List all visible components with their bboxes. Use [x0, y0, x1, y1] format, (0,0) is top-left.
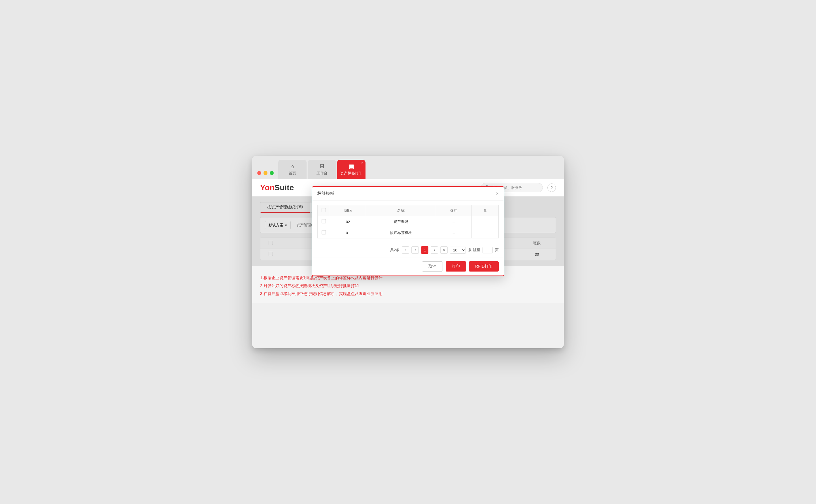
help-button[interactable]: ? — [548, 183, 556, 192]
tab-home[interactable]: ⌂ 首页 — [278, 160, 306, 179]
name-header: 名称 — [366, 205, 436, 216]
row1-remark: -- — [436, 216, 472, 227]
logo-yon: Yon — [260, 183, 274, 192]
rfid-print-button[interactable]: RFID打印 — [469, 261, 499, 272]
row2-extra — [472, 227, 499, 238]
traffic-lights — [257, 171, 274, 179]
row2-select-checkbox[interactable] — [321, 230, 326, 234]
last-page-button[interactable]: » — [440, 246, 448, 254]
help-icon: ? — [551, 185, 553, 190]
tab-asset-print[interactable]: × ▣ 资产标签打印 — [337, 160, 365, 179]
row1-code: 02 — [330, 216, 366, 227]
logo-suite: Suite — [274, 183, 294, 192]
sort-icon[interactable]: ⇅ — [484, 208, 487, 213]
row1-select-checkbox[interactable] — [321, 219, 326, 223]
next-page-button[interactable]: › — [431, 246, 438, 254]
cancel-button[interactable]: 取消 — [422, 261, 443, 272]
page-size-unit: 条 跳至 — [468, 247, 480, 253]
row2-name: 预置标签模板 — [366, 227, 436, 238]
description: 1.根据企业资产管理需要对粘贴资产设备上的标签样式及内容进行设计 2.对设计好的… — [252, 274, 564, 303]
page-size-select[interactable]: 20 50 100 — [450, 247, 466, 254]
tab-workbench[interactable]: 🖥 工作台 — [308, 160, 336, 179]
row2-code: 01 — [330, 227, 366, 238]
tab-close-icon[interactable]: × — [361, 161, 363, 165]
workbench-icon: 🖥 — [319, 163, 325, 170]
modal-table-row-2: 01 预置标签模板 -- — [317, 227, 499, 238]
modal-body: 编码 名称 备注 ⇅ — [312, 200, 504, 243]
print-button[interactable]: 打印 — [446, 261, 466, 272]
row2-checkbox[interactable] — [317, 227, 330, 238]
code-header: 编码 — [330, 205, 366, 216]
page-body: 按资产管理组织打印 按资产卡片打印 默认方案 ▾ 资产管理组织 已选条件:空 — [252, 197, 564, 266]
asset-print-icon: ▣ — [349, 163, 354, 170]
desc-line-3: 3.在资产盘点移动应用中进行规则信息解析，实现盘点及查询业务应用 — [260, 290, 556, 298]
prev-page-button[interactable]: ‹ — [412, 246, 419, 254]
row2-remark: -- — [436, 227, 472, 238]
modal-dialog: 标签模板 × 编码 名称 — [312, 186, 504, 276]
tab-home-label: 首页 — [289, 171, 296, 176]
tab-asset-print-label: 资产标签打印 — [340, 171, 362, 176]
modal-select-all-header[interactable] — [317, 205, 330, 216]
first-page-button[interactable]: « — [402, 246, 409, 254]
modal-table-row-1: 02 资产编码 -- — [317, 216, 499, 227]
modal-table: 编码 名称 备注 ⇅ — [317, 205, 499, 238]
modal-title: 标签模板 — [317, 191, 334, 196]
close-button[interactable] — [257, 171, 261, 175]
modal-close-button[interactable]: × — [496, 191, 499, 196]
logo: YonSuite — [260, 183, 294, 192]
main-content: YonSuite 🔍 ? 按资产管理组织打印 按资产卡片打印 — [252, 179, 564, 303]
desc-line-2: 2.对设计好的资产标签按照模板及资产组织进行批量打印 — [260, 282, 556, 290]
modal-header: 标签模板 × — [312, 187, 504, 200]
page-unit: 页 — [495, 247, 499, 253]
pagination: 共2条 « ‹ 1 › » 20 50 100 条 跳至 页 — [312, 243, 504, 257]
modal-footer: 取消 打印 RFID打印 — [312, 257, 504, 276]
sort-header: ⇅ — [472, 205, 499, 216]
tabs-bar: ⌂ 首页 🖥 工作台 × ▣ 资产标签打印 — [278, 160, 365, 179]
home-icon: ⌂ — [291, 163, 294, 170]
modal-overlay: 标签模板 × 编码 名称 — [252, 197, 564, 266]
row1-checkbox[interactable] — [317, 216, 330, 227]
current-page: 1 — [421, 246, 429, 254]
row1-extra — [472, 216, 499, 227]
modal-select-all-checkbox[interactable] — [321, 208, 326, 212]
title-bar: ⌂ 首页 🖥 工作台 × ▣ 资产标签打印 — [252, 156, 564, 179]
tab-workbench-label: 工作台 — [316, 171, 327, 176]
pagination-total: 共2条 — [390, 247, 399, 253]
row1-name: 资产编码 — [366, 216, 436, 227]
remark-header: 备注 — [436, 205, 472, 216]
maximize-button[interactable] — [270, 171, 274, 175]
minimize-button[interactable] — [263, 171, 267, 175]
mac-window: ⌂ 首页 🖥 工作台 × ▣ 资产标签打印 YonSuite 🔍 — [252, 156, 564, 348]
page-jump-input[interactable] — [483, 247, 493, 253]
